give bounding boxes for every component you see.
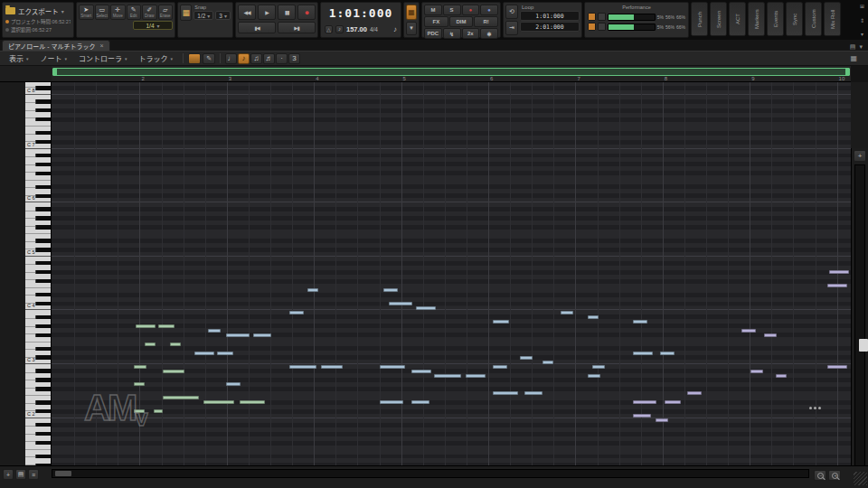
- midi-note[interactable]: [561, 311, 573, 314]
- record-arm-button[interactable]: ●: [462, 5, 480, 15]
- horizontal-scrollbar[interactable]: [52, 469, 809, 478]
- black-key[interactable]: [35, 117, 51, 121]
- midi-note[interactable]: [217, 352, 233, 355]
- midi-note[interactable]: [764, 333, 777, 337]
- menu-0[interactable]: 表示▾: [4, 52, 34, 64]
- black-key[interactable]: [35, 108, 51, 112]
- midi-note[interactable]: [633, 352, 653, 355]
- vertical-scrollbar[interactable]: [854, 164, 865, 488]
- transport-rewind-button[interactable]: ◀◀: [238, 5, 256, 20]
- midi-note[interactable]: [741, 329, 756, 333]
- zoom-preset-button[interactable]: +: [854, 150, 866, 162]
- collapsed-module-events[interactable]: Events: [767, 2, 784, 36]
- black-key[interactable]: [35, 248, 51, 251]
- snap-value-select[interactable]: 1/2 ▾: [193, 11, 213, 20]
- midi-note[interactable]: [134, 382, 145, 386]
- midi-note[interactable]: [592, 365, 605, 369]
- black-key[interactable]: [35, 185, 51, 189]
- black-key[interactable]: [35, 302, 51, 305]
- midi-note[interactable]: [416, 306, 436, 310]
- bottom-tool-button[interactable]: +: [3, 469, 14, 480]
- note-grid[interactable]: AMv: [52, 82, 851, 465]
- transport-go-end-button[interactable]: ▶▮: [278, 22, 316, 33]
- aux-button[interactable]: ▾: [406, 22, 417, 35]
- zoom-out-horizontal-button[interactable]: −: [814, 470, 826, 481]
- transport-go-start-button[interactable]: ▮◀: [238, 22, 276, 33]
- black-key[interactable]: [35, 432, 51, 436]
- black-key[interactable]: [35, 131, 51, 135]
- menu-2[interactable]: コントローラ▾: [73, 52, 133, 64]
- black-key[interactable]: [35, 347, 51, 351]
- collapsed-module-markers[interactable]: Markers: [748, 2, 765, 36]
- collapsed-module-custom[interactable]: Custom: [805, 2, 822, 36]
- transport-pause-button[interactable]: ▮▮: [278, 5, 296, 20]
- midi-note[interactable]: [493, 391, 518, 395]
- snap-triplet-select[interactable]: 3 ▾: [215, 11, 231, 20]
- midi-note[interactable]: [633, 400, 656, 404]
- midi-note[interactable]: [656, 418, 668, 422]
- black-key[interactable]: [35, 378, 51, 381]
- midi-note[interactable]: [289, 311, 304, 314]
- collapsed-module-mix-roll[interactable]: Mix Roll: [824, 2, 841, 36]
- midi-note[interactable]: [253, 333, 271, 337]
- tool-erase-button[interactable]: ▱Erase: [158, 5, 174, 20]
- draw-resolution-select[interactable]: 1/4 ▾: [133, 21, 173, 30]
- black-key[interactable]: [35, 172, 51, 175]
- black-key[interactable]: [35, 387, 51, 390]
- snap-toggle-button[interactable]: ▦: [180, 5, 192, 21]
- piano-keyboard[interactable]: C 8C 7C 6C 5C 4C 3C 2: [25, 82, 52, 465]
- window-control-icon[interactable]: ⊞: [860, 3, 864, 9]
- black-key[interactable]: [35, 293, 51, 296]
- tabbar-option-icon[interactable]: ▤: [850, 43, 856, 51]
- midi-note[interactable]: [226, 382, 241, 386]
- tab-piano-roll[interactable]: ピアノロール - マルチトラック ×: [2, 40, 110, 51]
- black-key[interactable]: [35, 194, 51, 198]
- midi-note[interactable]: [208, 329, 221, 333]
- midi-note[interactable]: [289, 365, 316, 369]
- loop-region-bar[interactable]: [52, 68, 850, 76]
- black-key[interactable]: [35, 140, 51, 144]
- black-key[interactable]: [35, 99, 51, 103]
- settings-button[interactable]: ✱: [480, 28, 498, 39]
- tabbar-option-icon[interactable]: ▾: [859, 43, 863, 51]
- horizontal-scroll-thumb[interactable]: [55, 471, 71, 476]
- fx-button[interactable]: FX: [424, 16, 448, 27]
- black-key[interactable]: [35, 163, 51, 166]
- midi-note[interactable]: [588, 374, 600, 378]
- black-key[interactable]: [35, 423, 51, 427]
- pencil-icon[interactable]: ✎: [203, 53, 215, 64]
- note-duration-button[interactable]: ♩: [225, 53, 237, 64]
- black-key[interactable]: [35, 239, 51, 242]
- black-key[interactable]: [35, 261, 51, 265]
- midi-note[interactable]: [827, 365, 847, 369]
- midi-note[interactable]: [194, 352, 214, 355]
- loop-end-field[interactable]: 2:01:000: [520, 22, 580, 32]
- metronome-icon[interactable]: ♪: [335, 25, 344, 33]
- tool-draw-button[interactable]: ✐Draw: [142, 5, 157, 20]
- midi-note[interactable]: [170, 343, 181, 346]
- black-key[interactable]: [35, 279, 51, 283]
- bounce-button[interactable]: ↯: [443, 28, 461, 39]
- black-key[interactable]: [35, 216, 51, 220]
- midi-note[interactable]: [687, 391, 702, 395]
- midi-note[interactable]: [389, 302, 412, 305]
- midi-note[interactable]: [588, 315, 599, 319]
- note-duration-button[interactable]: ♫: [250, 53, 262, 64]
- midi-note[interactable]: [163, 370, 184, 373]
- input-button[interactable]: ●: [480, 5, 498, 15]
- midi-note[interactable]: [380, 365, 405, 369]
- black-key[interactable]: [35, 270, 51, 274]
- collapsed-module-punch[interactable]: Punch: [691, 2, 708, 36]
- meter-value[interactable]: 4/4: [370, 26, 378, 33]
- window-control-icon[interactable]: ⇕: [860, 17, 864, 23]
- midi-note[interactable]: [411, 370, 431, 373]
- black-key[interactable]: [35, 333, 51, 337]
- midi-note[interactable]: [827, 284, 847, 287]
- black-key[interactable]: [35, 315, 51, 319]
- midi-note[interactable]: [776, 374, 787, 378]
- midi-note[interactable]: [750, 370, 763, 373]
- transport-record-button[interactable]: ●: [297, 5, 316, 20]
- tool-smart-button[interactable]: ➤Smart: [79, 5, 94, 20]
- tool-select-button[interactable]: ▭Select: [95, 5, 110, 20]
- note-duration-button[interactable]: ♬: [263, 53, 275, 64]
